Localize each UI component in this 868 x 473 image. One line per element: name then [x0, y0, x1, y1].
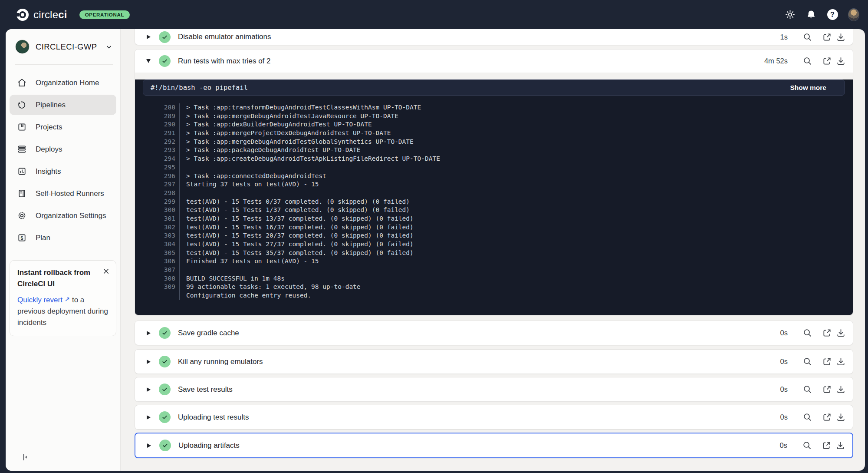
log-line-number: 303 [135, 232, 175, 240]
help-icon[interactable]: ? [827, 9, 838, 20]
search-icon[interactable] [802, 412, 812, 422]
step-label: Disable emulator animations [178, 33, 271, 41]
open-external-icon[interactable] [822, 56, 832, 66]
log-line-text: > Task :app:mergeDebugAndroidTestJavaRes… [179, 112, 398, 121]
download-icon[interactable] [836, 412, 846, 422]
log-line-text [179, 189, 190, 198]
sidebar-nav: Organization Home Pipelines Projects Dep… [6, 73, 120, 248]
close-icon[interactable] [102, 267, 110, 275]
caret-right-icon[interactable] [146, 387, 151, 392]
circleci-logo[interactable]: circleci [16, 9, 67, 21]
log-output[interactable]: 288 > Task :app:transformDebugAndroidTes… [135, 103, 853, 300]
log-line: 305 test(AVD) - 15 Tests 35/37 completed… [135, 249, 853, 258]
org-switcher[interactable]: CIRCLECI-GWP [15, 40, 113, 54]
download-icon[interactable] [836, 328, 846, 338]
caret-down-icon[interactable] [146, 59, 151, 63]
gear-icon [17, 211, 27, 221]
sidebar-item-projects[interactable]: Projects [10, 117, 116, 137]
sidebar-item-deploys[interactable]: Deploys [10, 139, 116, 159]
sidebar-item-insights[interactable]: Insights [10, 161, 116, 182]
caret-right-icon[interactable] [146, 443, 151, 448]
step-list: Disable emulator animations 1s Run tests… [135, 29, 853, 458]
step-row-uploading-artifacts[interactable]: Uploading artifacts 0s [135, 433, 853, 458]
caret-right-icon[interactable] [146, 415, 151, 420]
log-line: 302 test(AVD) - 15 Tests 16/37 completed… [135, 223, 853, 232]
status-badge[interactable]: OPERATIONAL [79, 10, 130, 19]
show-more-button[interactable]: Show more [790, 84, 826, 92]
log-line-number: 307 [135, 266, 175, 275]
search-icon[interactable] [802, 384, 812, 394]
open-external-icon[interactable] [822, 32, 832, 42]
download-icon[interactable] [836, 32, 846, 42]
step-row-save-gradle-cache[interactable]: Save gradle cache 0s [135, 321, 853, 345]
open-external-icon[interactable] [822, 412, 832, 422]
step-card-run-tests: Run tests with max tries of 2 4m 52s #!/… [135, 49, 853, 315]
log-line-text: 99 actionable tasks: 1 executed, 98 up-t… [179, 283, 361, 291]
sidebar-item-organization-settings[interactable]: Organization Settings [10, 205, 116, 226]
open-external-icon[interactable] [822, 384, 832, 394]
log-line: 297 Starting 37 tests on test(AVD) - 15 [135, 180, 853, 189]
notifications-bell-icon[interactable] [806, 9, 817, 20]
sidebar-collapse-icon[interactable] [21, 453, 30, 461]
log-line-text [179, 266, 190, 275]
search-icon[interactable] [802, 440, 812, 450]
download-icon[interactable] [836, 384, 846, 394]
log-line-number: 301 [135, 215, 175, 223]
runners-icon [17, 189, 27, 198]
log-line-number: 299 [135, 198, 175, 206]
caret-right-icon[interactable] [146, 360, 151, 364]
step-duration: 0s [780, 413, 788, 421]
step-row-save-test-results[interactable]: Save test results 0s [135, 377, 853, 402]
sidebar-item-self-hosted-runners[interactable]: Self-Hosted Runners [10, 183, 116, 204]
log-line: 290 > Task :app:dexBuilderDebugAndroidTe… [135, 120, 853, 129]
step-row-uploading-test-results[interactable]: Uploading test results 0s [135, 405, 853, 430]
step-row-run-tests[interactable]: Run tests with max tries of 2 4m 52s [135, 50, 853, 73]
theme-toggle-icon[interactable] [784, 9, 796, 20]
sidebar-item-pipelines[interactable]: Pipelines [10, 95, 116, 115]
pipelines-icon [17, 100, 27, 110]
download-icon[interactable] [836, 56, 846, 66]
quickly-revert-link[interactable]: Quickly revert ↗ [17, 296, 70, 304]
chevron-down-icon[interactable] [105, 43, 113, 51]
log-line: 308 BUILD SUCCESSFUL in 1m 48s [135, 275, 853, 283]
log-line: 307 [135, 266, 853, 275]
log-line-text: > Task :app:packageDebugAndroidTest UP-T… [179, 146, 361, 155]
log-line-text: > Task :app:transformDebugAndroidTestCla… [179, 103, 421, 112]
user-avatar[interactable] [848, 9, 859, 20]
shebang-text: #!/bin/bash -eo pipefail [151, 84, 248, 92]
open-external-icon[interactable] [822, 357, 832, 367]
caret-right-icon[interactable] [146, 35, 151, 39]
main-panel: CIRCLECI-GWP Organization Home Pipelines… [6, 29, 865, 471]
download-icon[interactable] [836, 357, 846, 367]
caret-right-icon[interactable] [146, 331, 151, 335]
sidebar-item-plan[interactable]: $ Plan [10, 228, 116, 248]
log-line-number: 290 [135, 120, 175, 129]
log-line-text: > Task :app:dexBuilderDebugAndroidTest U… [179, 120, 372, 129]
callout-body: Quickly revert ↗ to a previous deploymen… [17, 294, 110, 328]
log-line-number: 308 [135, 275, 175, 283]
search-icon[interactable] [802, 357, 812, 367]
log-line-number: 302 [135, 223, 175, 232]
step-duration: 0s [780, 329, 788, 337]
step-label: Uploading test results [178, 413, 249, 422]
download-icon[interactable] [835, 440, 845, 450]
log-line: 299 test(AVD) - 15 Tests 0/37 completed.… [135, 198, 853, 206]
log-line: 294 > Task :app:createDebugAndroidTestAp… [135, 155, 853, 163]
step-duration: 1s [780, 33, 788, 41]
search-icon[interactable] [802, 56, 812, 66]
search-icon[interactable] [802, 32, 812, 42]
log-line-number: 293 [135, 146, 175, 155]
log-line-text: test(AVD) - 15 Tests 35/37 completed. (0… [179, 249, 414, 258]
log-line-text: Configuration cache entry reused. [179, 291, 311, 300]
search-icon[interactable] [802, 328, 812, 338]
step-row-kill-emulators[interactable]: Kill any running emulators 0s [135, 349, 853, 374]
sidebar-item-organization-home[interactable]: Organization Home [10, 73, 116, 93]
insights-icon [17, 166, 27, 176]
open-external-icon[interactable] [822, 328, 832, 338]
step-row-disable-emulator-animations[interactable]: Disable emulator animations 1s [135, 29, 853, 45]
step-label: Run tests with max tries of 2 [178, 57, 271, 66]
projects-icon [17, 122, 27, 132]
callout-title: Instant rollback from CircleCI UI [17, 267, 110, 290]
open-external-icon[interactable] [822, 440, 832, 450]
step-duration: 0s [780, 385, 788, 394]
